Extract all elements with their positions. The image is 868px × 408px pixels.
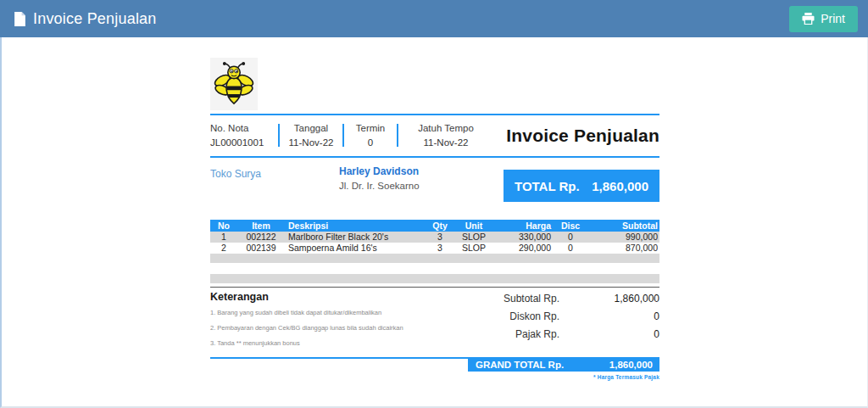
cell-no: 2 bbox=[210, 243, 237, 254]
cell-deskripsi: Sampoerna Amild 16's bbox=[285, 243, 426, 254]
print-button-label: Print bbox=[821, 12, 845, 25]
table-empty-row bbox=[210, 274, 659, 283]
cell-unit: SLOP bbox=[454, 243, 493, 254]
grand-total-row: GRAND TOTAL Rp. 1,860,000 bbox=[210, 357, 659, 372]
cell-deskripsi: Marlboro Filter Black 20's bbox=[285, 232, 426, 243]
grand-total-label: GRAND TOTAL Rp. bbox=[476, 360, 564, 370]
cell-subtotal: 870,000 bbox=[587, 243, 659, 254]
table-empty-row bbox=[210, 254, 659, 263]
print-button[interactable]: Print bbox=[789, 6, 858, 32]
col-header-item: Item bbox=[237, 220, 285, 232]
document-icon bbox=[14, 12, 26, 26]
meta-label: No. Nota bbox=[210, 123, 278, 133]
customer-address: Jl. Dr. Ir. Soekarno bbox=[339, 181, 475, 191]
pajak-value: 0 bbox=[559, 328, 659, 340]
keterangan-note: 2. Pembayaran dengan Cek/BG dianggap lun… bbox=[210, 324, 465, 332]
customer-name: Harley Davidson bbox=[339, 165, 475, 177]
col-header-no: No bbox=[210, 220, 237, 232]
keterangan-title: Keterangan bbox=[210, 291, 465, 303]
table-row: 2 002139 Sampoerna Amild 16's 3 SLOP 290… bbox=[210, 243, 659, 254]
grand-total-value: 1,860,000 bbox=[609, 360, 653, 370]
diskon-value: 0 bbox=[559, 310, 659, 322]
company-logo bbox=[210, 58, 258, 110]
meta-label: Termin bbox=[344, 123, 397, 133]
col-header-deskripsi: Deskripsi bbox=[285, 220, 426, 232]
total-box-value: 1,860,000 bbox=[592, 179, 648, 193]
keterangan-note: 3. Tanda ** menunjukkan bonus bbox=[210, 339, 465, 347]
cell-harga: 290,000 bbox=[493, 243, 554, 254]
col-header-qty: Qty bbox=[426, 220, 454, 232]
cell-item: 002122 bbox=[237, 232, 285, 243]
invoice-title: Invoice Penjualan bbox=[493, 126, 659, 146]
keterangan-section: Keterangan 1. Barang yang sudah dibeli t… bbox=[210, 288, 465, 355]
subtotal-value: 1,860,000 bbox=[559, 293, 659, 305]
cell-disc: 0 bbox=[554, 232, 587, 243]
bottom-section: Keterangan 1. Barang yang sudah dibeli t… bbox=[210, 288, 659, 355]
total-box-label: TOTAL Rp. bbox=[515, 179, 580, 193]
meta-tanggal: Tanggal 11-Nov-22 bbox=[280, 123, 342, 148]
cell-qty: 3 bbox=[426, 243, 454, 254]
page-title: Invoice Penjualan bbox=[33, 10, 157, 28]
meta-label: Tanggal bbox=[280, 123, 342, 133]
cell-unit: SLOP bbox=[454, 232, 493, 243]
grand-total-bar: GRAND TOTAL Rp. 1,860,000 bbox=[468, 357, 659, 372]
cell-no: 1 bbox=[210, 232, 237, 243]
diskon-row: Diskon Rp. 0 bbox=[465, 308, 659, 326]
meta-value: JL00001001 bbox=[210, 137, 278, 148]
table-empty-row bbox=[210, 263, 659, 274]
table-header-row: No Item Deskripsi Qty Unit Harga Disc Su… bbox=[210, 220, 659, 232]
pajak-label: Pajak Rp. bbox=[515, 328, 559, 340]
pajak-row: Pajak Rp. 0 bbox=[465, 326, 659, 344]
keterangan-note: 1. Barang yang sudah dibeli tidak dapat … bbox=[210, 309, 465, 316]
cell-disc: 0 bbox=[554, 243, 587, 254]
cell-subtotal: 990,000 bbox=[587, 232, 659, 243]
topbar: Invoice Penjualan Print bbox=[0, 0, 868, 37]
content-area: No. Nota JL00001001 Tanggal 11-Nov-22 Te… bbox=[0, 37, 868, 408]
bee-logo-icon bbox=[214, 61, 254, 107]
table-row: 1 002122 Marlboro Filter Black 20's 3 SL… bbox=[210, 232, 659, 243]
diskon-label: Diskon Rp. bbox=[509, 310, 559, 322]
col-header-harga: Harga bbox=[493, 220, 554, 232]
store-name: Toko Surya bbox=[210, 165, 339, 207]
meta-label: Jatuh Tempo bbox=[398, 123, 493, 133]
meta-jatuh-tempo: Jatuh Tempo 11-Nov-22 bbox=[398, 123, 493, 148]
col-header-subtotal: Subtotal bbox=[587, 220, 659, 232]
meta-value: 11-Nov-22 bbox=[280, 137, 342, 148]
meta-no-nota: No. Nota JL00001001 bbox=[210, 123, 278, 148]
cell-harga: 330,000 bbox=[493, 232, 554, 243]
grand-total-line bbox=[210, 357, 468, 359]
col-header-disc: Disc bbox=[554, 220, 587, 232]
printer-icon bbox=[802, 13, 815, 25]
cell-item: 002139 bbox=[237, 243, 285, 254]
subtotal-label: Subtotal Rp. bbox=[504, 293, 559, 305]
totals-section: Subtotal Rp. 1,860,000 Diskon Rp. 0 Paja… bbox=[465, 288, 659, 355]
items-table: No Item Deskripsi Qty Unit Harga Disc Su… bbox=[210, 220, 659, 283]
customer-block: Harley Davidson Jl. Dr. Ir. Soekarno bbox=[339, 165, 475, 207]
subtotal-row: Subtotal Rp. 1,860,000 bbox=[465, 290, 659, 308]
total-box: TOTAL Rp. 1,860,000 bbox=[504, 170, 659, 202]
invoice-document: No. Nota JL00001001 Tanggal 11-Nov-22 Te… bbox=[210, 37, 659, 380]
meta-value: 11-Nov-22 bbox=[398, 137, 493, 148]
meta-value: 0 bbox=[344, 137, 397, 148]
customer-row: Toko Surya Harley Davidson Jl. Dr. Ir. S… bbox=[210, 158, 659, 207]
invoice-meta-row: No. Nota JL00001001 Tanggal 11-Nov-22 Te… bbox=[210, 115, 659, 156]
cell-qty: 3 bbox=[426, 232, 454, 243]
meta-termin: Termin 0 bbox=[344, 123, 397, 148]
col-header-unit: Unit bbox=[454, 220, 493, 232]
tax-footnote: * Harga Termasuk Pajak bbox=[210, 374, 659, 380]
